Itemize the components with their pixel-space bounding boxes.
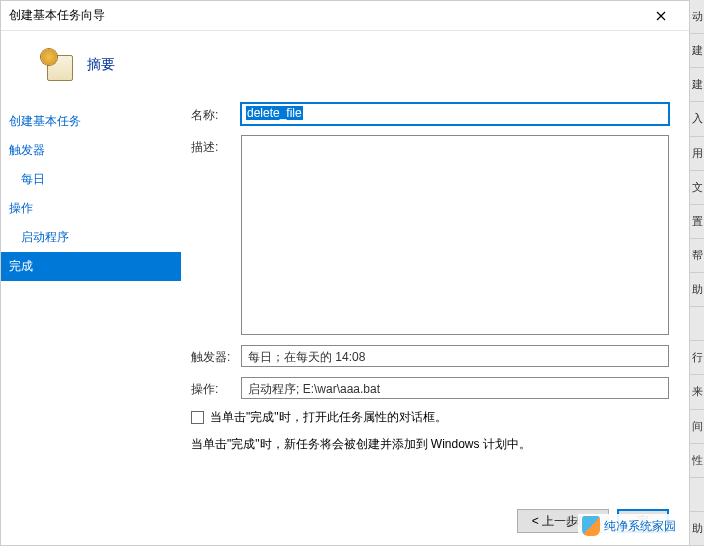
- close-icon: [656, 11, 666, 21]
- action-value: 启动程序; E:\war\aaa.bat: [241, 377, 669, 399]
- trigger-label: 触发器:: [191, 345, 231, 366]
- wizard-sidebar: 创建基本任务 触发器 每日 操作 启动程序 完成: [1, 99, 181, 499]
- right-panel-strip: 动 建 建 入 用 文 置 帮 助 行 来 间 性 助: [690, 0, 704, 546]
- sidebar-item-action[interactable]: 操作: [1, 194, 181, 223]
- open-properties-checkbox-row: 当单击"完成"时，打开此任务属性的对话框。: [191, 409, 669, 426]
- wizard-icon: [41, 49, 73, 81]
- finish-note: 当单击"完成"时，新任务将会被创建并添加到 Windows 计划中。: [191, 436, 669, 453]
- name-label: 名称:: [191, 103, 231, 124]
- checkbox-label: 当单击"完成"时，打开此任务属性的对话框。: [210, 409, 447, 426]
- open-properties-checkbox[interactable]: [191, 411, 204, 424]
- watermark-text: 纯净系统家园: [604, 518, 676, 535]
- shield-icon: [582, 516, 600, 536]
- wizard-header: 摘要: [1, 31, 689, 99]
- desc-label: 描述:: [191, 135, 231, 156]
- sidebar-item-daily[interactable]: 每日: [1, 165, 181, 194]
- titlebar: 创建基本任务向导: [1, 1, 689, 31]
- sidebar-item-create-task[interactable]: 创建基本任务: [1, 107, 181, 136]
- name-input[interactable]: delete_file: [241, 103, 669, 125]
- sidebar-item-start-program[interactable]: 启动程序: [1, 223, 181, 252]
- name-value: delete_file: [246, 106, 303, 120]
- sidebar-item-trigger[interactable]: 触发器: [1, 136, 181, 165]
- action-label: 操作:: [191, 377, 231, 398]
- trigger-value: 每日；在每天的 14:08: [241, 345, 669, 367]
- wizard-main: 名称: delete_file 描述: 触发器: 每日；在每天的 14:08 操…: [181, 99, 689, 499]
- wizard-content: 创建基本任务 触发器 每日 操作 启动程序 完成 名称: delete_file…: [1, 99, 689, 499]
- task-wizard-dialog: 创建基本任务向导 摘要 创建基本任务 触发器 每日 操作 启动程序 完成 名称:…: [0, 0, 690, 546]
- dialog-title: 创建基本任务向导: [9, 7, 105, 24]
- site-watermark: 纯净系统家园: [578, 514, 680, 538]
- page-title: 摘要: [87, 56, 115, 74]
- desc-textarea[interactable]: [241, 135, 669, 335]
- sidebar-item-finish[interactable]: 完成: [1, 252, 181, 281]
- close-button[interactable]: [641, 3, 681, 29]
